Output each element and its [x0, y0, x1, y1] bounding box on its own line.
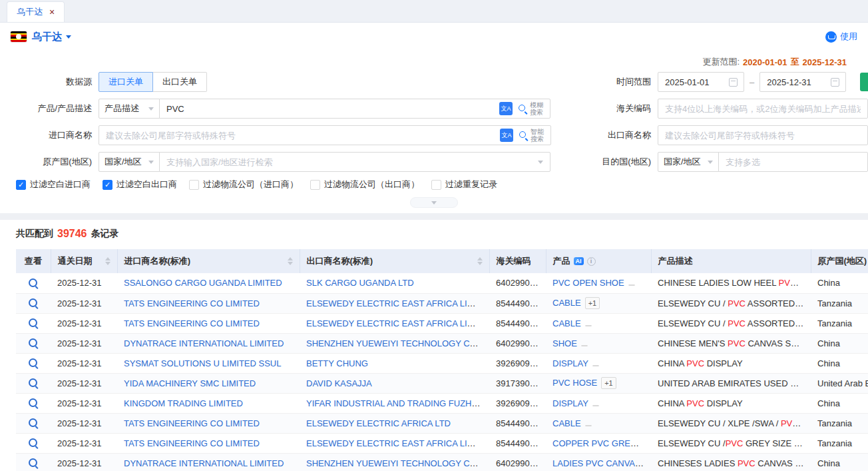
more-products-badge[interactable]	[581, 345, 588, 346]
exporter-link[interactable]: SLK CARGO UGANDA LTD	[306, 278, 414, 288]
view-record-icon[interactable]	[28, 338, 39, 348]
more-products-badge[interactable]: +1	[601, 377, 616, 389]
view-record-icon[interactable]	[28, 318, 39, 328]
collapse-button[interactable]	[410, 197, 458, 208]
date-from-field[interactable]	[658, 72, 744, 92]
exporter-link[interactable]: ELSEWEDY ELECTRIC EAST AFRICA LIMTED	[306, 318, 489, 328]
more-products-badge[interactable]	[628, 284, 635, 286]
product-link[interactable]: CABLE	[552, 418, 581, 428]
product-link[interactable]: DISPLAY	[552, 398, 588, 408]
help-link[interactable]: 使用	[825, 31, 857, 43]
sort-icon[interactable]	[101, 257, 110, 265]
importer-link[interactable]: TATS ENGINEERING CO LIMITED	[124, 438, 260, 448]
product-link[interactable]: CABLE	[552, 318, 581, 328]
view-record-icon[interactable]	[28, 438, 39, 448]
translate-icon[interactable]: 文A	[500, 129, 513, 142]
country-dropdown-icon[interactable]	[66, 35, 71, 39]
exporter-link[interactable]: ELSEWEDY ELECTRIC EAST AFRICA LIMTED	[306, 298, 489, 308]
product-link[interactable]: DISPLAY	[552, 358, 588, 368]
importer-link[interactable]: TATS ENGINEERING CO LIMITED	[124, 418, 260, 428]
date-to-input[interactable]	[760, 73, 831, 91]
importer-link[interactable]: TATS ENGINEERING CO LIMITED	[124, 298, 260, 308]
view-record-icon[interactable]	[28, 418, 39, 428]
checkbox-unchecked-icon[interactable]	[310, 180, 320, 190]
more-products-badge[interactable]	[585, 425, 592, 426]
exporter-link[interactable]: YIFAR INDUSTRIAL AND TRADING FUZHOU...	[306, 398, 489, 408]
checkbox-checked-icon[interactable]: ✓	[16, 180, 26, 190]
filter-checkbox[interactable]: ✓过滤空白进口商	[16, 179, 91, 191]
product-link[interactable]: LADIES PVC CANVA	[552, 458, 644, 468]
product-search-field[interactable]: 文A 模糊搜索	[159, 99, 550, 119]
view-record-icon[interactable]	[28, 358, 39, 368]
product-search-input[interactable]	[160, 99, 497, 118]
product-link[interactable]: PVC HOSE	[552, 378, 597, 388]
exporter-link[interactable]: ELSEWEDY ELECTRIC AFRICA LTD	[306, 418, 451, 428]
checkbox-checked-icon[interactable]: ✓	[103, 180, 112, 190]
tab-close-icon[interactable]: ×	[49, 7, 55, 17]
importer-input[interactable]	[99, 126, 497, 145]
view-record-icon[interactable]	[28, 458, 39, 468]
destination-type-select[interactable]: 国家/地区	[658, 152, 719, 172]
exporter-link[interactable]: DAVID KASAJJA	[306, 378, 372, 388]
destination-input[interactable]	[719, 153, 867, 171]
smart-search-toggle[interactable]: 智能搜索	[516, 128, 550, 143]
checkbox-unchecked-icon[interactable]	[431, 180, 441, 190]
filter-checkbox[interactable]: 过滤物流公司（出口商）	[310, 179, 419, 191]
exporter-link[interactable]: SHENZHEN YUEWEIYI TECHNOLOGY CO LTD	[306, 338, 489, 348]
checkbox-unchecked-icon[interactable]	[189, 180, 199, 190]
exporter-link[interactable]: BETTY CHUNG	[306, 358, 368, 368]
th-importer[interactable]: 进口商名称(标准)	[117, 249, 300, 273]
product-link[interactable]: COPPER PVC GREY	[552, 438, 639, 448]
hs-code-input[interactable]	[658, 99, 867, 118]
cell-product-desc: ELSEWEDY CU / PVC ASSORTED CLO...	[651, 313, 811, 333]
fuzzy-search-toggle[interactable]: 模糊搜索	[515, 101, 550, 116]
date-from-input[interactable]	[658, 73, 729, 91]
th-date[interactable]: 通关日期	[51, 249, 117, 273]
importer-link[interactable]: YIDA MACHINERY SMC LIMITED	[124, 378, 256, 388]
more-products-badge[interactable]	[592, 405, 599, 406]
more-products-badge[interactable]	[585, 325, 592, 326]
translate-icon[interactable]: 文A	[499, 102, 513, 115]
truncated-edge-button[interactable]	[860, 73, 868, 91]
info-icon[interactable]	[587, 257, 596, 266]
filter-checkbox[interactable]: ✓过滤空白出口商	[103, 179, 177, 191]
view-record-icon[interactable]	[28, 278, 39, 288]
tab-uganda[interactable]: 乌干达 ×	[7, 1, 65, 22]
view-record-icon[interactable]	[28, 298, 39, 308]
more-products-badge[interactable]: +1	[585, 297, 600, 309]
importer-link[interactable]: KINGDOM TRADING LIMITED	[124, 398, 243, 408]
view-record-icon[interactable]	[28, 378, 39, 388]
data-source-tab[interactable]: 进口关单	[99, 72, 153, 92]
product-link[interactable]: SHOE	[552, 338, 577, 348]
sort-icon[interactable]	[284, 257, 293, 265]
product-type-select[interactable]: 产品描述	[99, 99, 160, 119]
data-source-tab[interactable]: 出口关单	[153, 72, 207, 92]
origin-input[interactable]	[160, 153, 538, 171]
exporter-field[interactable]	[658, 125, 868, 145]
filter-checkbox[interactable]: 过滤重复记录	[431, 179, 497, 191]
calendar-icon[interactable]	[729, 78, 738, 87]
view-record-icon[interactable]	[28, 398, 39, 408]
exporter-link[interactable]: ELSEWEDY ELECTRIC EAST AFRICA LIMTED	[306, 438, 489, 448]
importer-link[interactable]: DYNATRACE INTERNATIONAL LIMITED	[124, 338, 284, 348]
filter-checkbox[interactable]: 过滤物流公司（进口商）	[189, 179, 298, 191]
importer-link[interactable]: DYNATRACE INTERNATIONAL LIMITED	[124, 458, 284, 468]
th-exporter[interactable]: 出口商名称(标准)	[300, 249, 489, 273]
origin-field[interactable]	[159, 152, 550, 172]
importer-link[interactable]: TATS ENGINEERING CO LIMITED	[124, 318, 260, 328]
more-products-badge[interactable]	[640, 445, 647, 446]
sort-icon[interactable]	[473, 257, 483, 265]
destination-field[interactable]	[718, 152, 868, 172]
importer-link[interactable]: SSALONGO CARGO UGANDA LIMITED	[124, 278, 282, 288]
exporter-input[interactable]	[658, 126, 867, 145]
date-to-field[interactable]	[760, 72, 846, 92]
hs-code-field[interactable]	[658, 99, 868, 119]
importer-link[interactable]: SYSMAT SOLUTIONS U LIMITED SSUL	[124, 358, 281, 368]
exporter-link[interactable]: SHENZHEN YUEWEIYI TECHNOLOGY CO LTD	[306, 458, 489, 468]
more-products-badge[interactable]	[592, 365, 599, 366]
calendar-icon[interactable]	[831, 78, 839, 87]
product-link[interactable]: CABLE	[552, 298, 581, 308]
product-link[interactable]: PVC OPEN SHOE	[552, 278, 624, 288]
importer-field[interactable]: 文A 智能搜索	[99, 125, 551, 145]
origin-type-select[interactable]: 国家/地区	[99, 152, 160, 172]
